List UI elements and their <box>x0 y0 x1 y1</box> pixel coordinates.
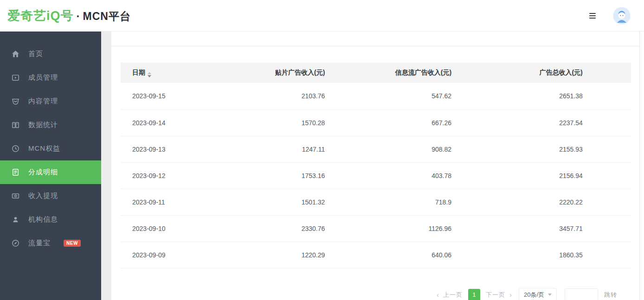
cell-feed: 640.06 <box>331 242 458 268</box>
cell-feed: 547.62 <box>331 83 458 109</box>
sidebar-item-withdraw[interactable]: 收入提现 <box>0 184 101 208</box>
prev-chevron-icon[interactable]: ‹ <box>437 291 439 299</box>
sidebar-item-label: 收入提现 <box>28 191 58 200</box>
cell-feed: 1126.96 <box>331 215 458 242</box>
person-icon <box>12 216 19 223</box>
sidebar-item-home[interactable]: 首页 <box>0 42 101 66</box>
jump-button[interactable]: 跳转 <box>604 291 617 299</box>
cell-feed: 667.26 <box>331 109 458 136</box>
new-badge: NEW <box>64 240 81 247</box>
sidebar-item-label: 内容管理 <box>28 97 58 106</box>
stats-book-icon <box>12 121 19 129</box>
page-size-select[interactable]: 20条/页 <box>519 288 557 300</box>
column-header-feed-ad-revenue: 信息流广告收入(元) <box>331 63 458 83</box>
revenue-document-icon <box>12 168 19 176</box>
chevron-down-icon <box>548 294 552 296</box>
table-row: 2023-09-12 1753.16 403.78 2156.94 <box>121 162 631 189</box>
main-area: 日期 贴片广告收入(元) 信息流广告收入(元) 广告总收入(元) 2023-09… <box>111 32 639 300</box>
sidebar-item-stats[interactable]: 数据统计 <box>0 113 101 137</box>
cell-feed: 908.82 <box>331 136 458 162</box>
prev-page-button[interactable]: 上一页 <box>443 291 463 299</box>
cell-preroll: 1220.29 <box>233 242 331 268</box>
cell-total: 2220.22 <box>458 189 589 215</box>
cell-preroll: 2330.76 <box>233 215 331 242</box>
sidebar-item-revenue-detail[interactable]: 分成明细 <box>0 160 101 184</box>
page-number-1[interactable]: 1 <box>468 289 480 300</box>
sort-caret-icon[interactable] <box>148 72 151 77</box>
header-actions <box>589 7 635 24</box>
vertical-scrollbar[interactable] <box>639 32 644 300</box>
sidebar-gutter <box>101 32 111 300</box>
page-body: 首页 成员管理 内容管理 <box>0 32 644 300</box>
cell-preroll: 2103.76 <box>233 83 331 109</box>
mcn-platform-page: 爱奇艺iQ号 · MCN平台 <box>0 0 644 300</box>
column-header-date[interactable]: 日期 <box>121 63 233 83</box>
table-row: 2023-09-10 2330.76 1126.96 3457.71 <box>121 215 631 242</box>
sidebar-item-content[interactable]: 内容管理 <box>0 89 101 113</box>
content-box-icon <box>12 97 19 105</box>
sidebar-item-label: 数据统计 <box>28 121 58 129</box>
compass-icon <box>12 239 19 247</box>
cell-date: 2023-09-14 <box>121 109 233 136</box>
logo-platform-text: MCN平台 <box>83 9 131 24</box>
top-header: 爱奇艺iQ号 · MCN平台 <box>0 0 644 32</box>
menu-hamburger-icon[interactable] <box>589 13 596 19</box>
cell-preroll: 1570.28 <box>233 109 331 136</box>
banknote-icon <box>12 192 19 200</box>
logo-separator: · <box>77 10 80 23</box>
sidebar-item-mcn-rights[interactable]: MCN权益 <box>0 137 101 160</box>
cell-date: 2023-09-09 <box>121 242 233 268</box>
revenue-table: 日期 贴片广告收入(元) 信息流广告收入(元) 广告总收入(元) 2023-09… <box>121 63 631 268</box>
app-logo: 爱奇艺iQ号 · MCN平台 <box>7 7 131 24</box>
cell-date: 2023-09-11 <box>121 189 233 215</box>
avatar-illustration <box>613 7 630 24</box>
cell-date: 2023-09-13 <box>121 136 233 162</box>
cell-total: 1860.35 <box>458 242 589 268</box>
pagination-bar: ‹ 上一页 1 下一页 › 20条/页 跳转 <box>121 288 631 300</box>
sidebar-item-label: 分成明细 <box>28 168 58 177</box>
table-row: 2023-09-09 1220.29 640.06 1860.35 <box>121 242 631 268</box>
home-icon <box>12 50 19 58</box>
breadcrumb-strip <box>111 32 639 46</box>
member-video-frame-icon <box>12 74 19 82</box>
jump-page-input[interactable] <box>565 288 598 300</box>
next-page-button[interactable]: 下一页 <box>486 291 505 299</box>
clock-icon <box>12 145 19 153</box>
sidebar-item-label: 流量宝 <box>28 239 51 248</box>
table-row: 2023-09-14 1570.28 667.26 2237.54 <box>121 109 631 136</box>
sidebar-item-label: MCN权益 <box>28 144 60 153</box>
cell-preroll: 1501.32 <box>233 189 331 215</box>
sidebar-item-label: 机构信息 <box>28 215 58 224</box>
table-header-row: 日期 贴片广告收入(元) 信息流广告收入(元) 广告总收入(元) <box>121 63 631 83</box>
column-header-preroll-ad-revenue: 贴片广告收入(元) <box>233 63 331 83</box>
table-row: 2023-09-15 2103.76 547.62 2651.38 <box>121 83 631 109</box>
cell-date: 2023-09-15 <box>121 83 233 109</box>
cell-total: 3457.71 <box>458 215 589 242</box>
sidebar-item-label: 首页 <box>28 50 43 58</box>
sidebar-nav: 首页 成员管理 内容管理 <box>0 32 101 300</box>
column-header-total-ad-revenue: 广告总收入(元) <box>458 63 589 83</box>
cell-preroll: 1247.11 <box>233 136 331 162</box>
cell-total: 2156.94 <box>458 162 589 189</box>
logo-brand-text: 爱奇艺iQ号 <box>7 7 74 24</box>
sidebar-item-label: 成员管理 <box>28 73 58 82</box>
next-chevron-icon[interactable]: › <box>509 291 512 299</box>
cell-preroll: 1753.16 <box>233 162 331 189</box>
cell-feed: 403.78 <box>331 162 458 189</box>
sidebar-item-members[interactable]: 成员管理 <box>0 66 101 89</box>
cell-total: 2155.93 <box>458 136 589 162</box>
cell-feed: 718.9 <box>331 189 458 215</box>
sidebar-item-org-info[interactable]: 机构信息 <box>0 208 101 231</box>
sidebar-item-traffic-treasure[interactable]: 流量宝 NEW <box>0 231 101 255</box>
user-avatar[interactable] <box>613 7 630 24</box>
table-row: 2023-09-13 1247.11 908.82 2155.93 <box>121 136 631 162</box>
cell-total: 2237.54 <box>458 109 589 136</box>
revenue-detail-content: 日期 贴片广告收入(元) 信息流广告收入(元) 广告总收入(元) 2023-09… <box>111 46 639 300</box>
page-size-value: 20条/页 <box>524 291 544 299</box>
table-row: 2023-09-11 1501.32 718.9 2220.22 <box>121 189 631 215</box>
cell-total: 2651.38 <box>458 83 589 109</box>
cell-date: 2023-09-10 <box>121 215 233 242</box>
cell-date: 2023-09-12 <box>121 162 233 189</box>
